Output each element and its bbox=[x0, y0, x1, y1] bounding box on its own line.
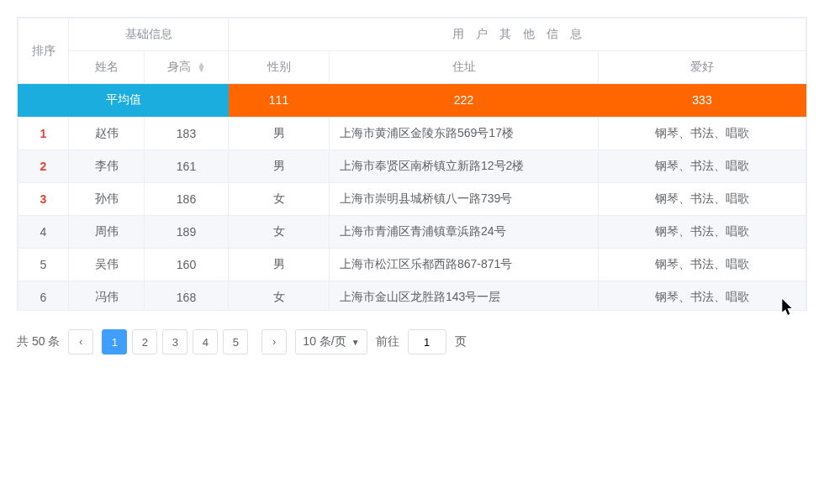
summary-hobby: 333 bbox=[599, 84, 806, 117]
table-row[interactable]: 6冯伟168女上海市金山区龙胜路143号一层钢琴、书法、唱歌 bbox=[18, 281, 806, 311]
cell-gender: 男 bbox=[229, 249, 330, 281]
table-row[interactable]: 1赵伟183男上海市黄浦区金陵东路569号17楼钢琴、书法、唱歌 bbox=[18, 118, 806, 150]
page-size-label: 10 条/页 bbox=[303, 334, 346, 349]
data-table: 排序 基础信息 用 户 其 他 信 息 姓名 身高 ▲ ▼ 性别 住址 爱好 bbox=[17, 17, 807, 311]
col-group-other: 用 户 其 他 信 息 bbox=[229, 18, 806, 51]
pagination-next[interactable]: › bbox=[261, 329, 287, 354]
cell-address: 上海市奉贤区南桥镇立新路12号2楼 bbox=[330, 150, 599, 183]
col-hobby[interactable]: 爱好 bbox=[599, 51, 806, 84]
pagination: 共 50 条 ‹ 12345 › 10 条/页 ▼ 前往 页 bbox=[17, 329, 807, 354]
cell-hobby: 钢琴、书法、唱歌 bbox=[599, 216, 806, 249]
cell-address: 上海市黄浦区金陵东路569号17楼 bbox=[330, 118, 599, 150]
caret-down-icon: ▼ bbox=[351, 338, 360, 347]
cell-name: 孙伟 bbox=[69, 183, 145, 216]
cell-gender: 女 bbox=[229, 216, 330, 249]
col-height[interactable]: 身高 ▲ ▼ bbox=[145, 51, 229, 84]
cell-rank: 4 bbox=[18, 216, 69, 249]
pagination-page[interactable]: 2 bbox=[132, 329, 157, 354]
pagination-page[interactable]: 4 bbox=[193, 329, 218, 354]
cell-name: 李伟 bbox=[69, 150, 145, 183]
cell-rank: 2 bbox=[18, 150, 69, 183]
table-header: 排序 基础信息 用 户 其 他 信 息 姓名 身高 ▲ ▼ 性别 住址 爱好 bbox=[18, 18, 806, 117]
cell-rank: 5 bbox=[18, 249, 69, 281]
cell-height: 160 bbox=[145, 249, 229, 281]
table-row[interactable]: 4周伟189女上海市青浦区青浦镇章浜路24号钢琴、书法、唱歌 bbox=[18, 216, 806, 249]
cell-hobby: 钢琴、书法、唱歌 bbox=[599, 118, 806, 150]
cell-height: 189 bbox=[145, 216, 229, 249]
chevron-right-icon: › bbox=[272, 336, 276, 348]
cell-height: 183 bbox=[145, 118, 229, 150]
col-group-basic: 基础信息 bbox=[69, 18, 229, 51]
pagination-page[interactable]: 5 bbox=[223, 329, 248, 354]
cell-rank: 1 bbox=[18, 118, 69, 150]
sort-icon[interactable]: ▲ ▼ bbox=[197, 62, 205, 72]
cell-height: 168 bbox=[145, 281, 229, 311]
caret-down-icon: ▼ bbox=[197, 67, 205, 72]
col-rank[interactable]: 排序 bbox=[18, 18, 69, 84]
table-row[interactable]: 2李伟161男上海市奉贤区南桥镇立新路12号2楼钢琴、书法、唱歌 bbox=[18, 150, 806, 183]
cell-rank: 3 bbox=[18, 183, 69, 216]
cell-hobby: 钢琴、书法、唱歌 bbox=[599, 183, 806, 216]
summary-row: 平均值 111 222 333 bbox=[18, 84, 806, 117]
table-body-scroll[interactable]: 1赵伟183男上海市黄浦区金陵东路569号17楼钢琴、书法、唱歌2李伟161男上… bbox=[18, 117, 806, 310]
cell-rank: 6 bbox=[18, 281, 69, 311]
chevron-left-icon: ‹ bbox=[79, 336, 82, 348]
jump-suffix: 页 bbox=[455, 334, 467, 349]
cell-name: 冯伟 bbox=[69, 281, 145, 311]
cell-address: 上海市金山区龙胜路143号一层 bbox=[330, 281, 599, 311]
table-row[interactable]: 5吴伟160男上海市松江区乐都西路867-871号钢琴、书法、唱歌 bbox=[18, 249, 806, 281]
cell-hobby: 钢琴、书法、唱歌 bbox=[599, 281, 806, 311]
summary-address: 222 bbox=[330, 84, 599, 117]
page-size-select[interactable]: 10 条/页 ▼ bbox=[295, 329, 367, 354]
cell-height: 161 bbox=[145, 150, 229, 183]
cell-hobby: 钢琴、书法、唱歌 bbox=[599, 249, 806, 281]
col-name[interactable]: 姓名 bbox=[69, 51, 145, 84]
pagination-page[interactable]: 1 bbox=[102, 329, 127, 354]
cell-name: 吴伟 bbox=[69, 249, 145, 281]
jump-input[interactable] bbox=[408, 329, 446, 354]
cell-name: 周伟 bbox=[69, 216, 145, 249]
cell-address: 上海市崇明县城桥镇八一路739号 bbox=[330, 183, 599, 216]
pagination-page[interactable]: 3 bbox=[162, 329, 188, 354]
col-gender[interactable]: 性别 bbox=[229, 51, 330, 84]
pagination-total: 共 50 条 bbox=[17, 334, 60, 349]
jump-prefix: 前往 bbox=[376, 334, 399, 349]
pagination-prev[interactable]: ‹ bbox=[68, 329, 93, 354]
cell-address: 上海市青浦区青浦镇章浜路24号 bbox=[330, 216, 599, 249]
cell-address: 上海市松江区乐都西路867-871号 bbox=[330, 249, 599, 281]
cell-gender: 男 bbox=[229, 150, 330, 183]
summary-label: 平均值 bbox=[18, 84, 229, 117]
cell-gender: 女 bbox=[229, 281, 330, 311]
table-row[interactable]: 3孙伟186女上海市崇明县城桥镇八一路739号钢琴、书法、唱歌 bbox=[18, 183, 806, 216]
cell-hobby: 钢琴、书法、唱歌 bbox=[599, 150, 806, 183]
cell-gender: 女 bbox=[229, 183, 330, 216]
cell-gender: 男 bbox=[229, 118, 330, 150]
cell-height: 186 bbox=[145, 183, 229, 216]
cell-name: 赵伟 bbox=[69, 118, 145, 150]
col-address[interactable]: 住址 bbox=[330, 51, 599, 84]
summary-gender: 111 bbox=[229, 84, 330, 117]
